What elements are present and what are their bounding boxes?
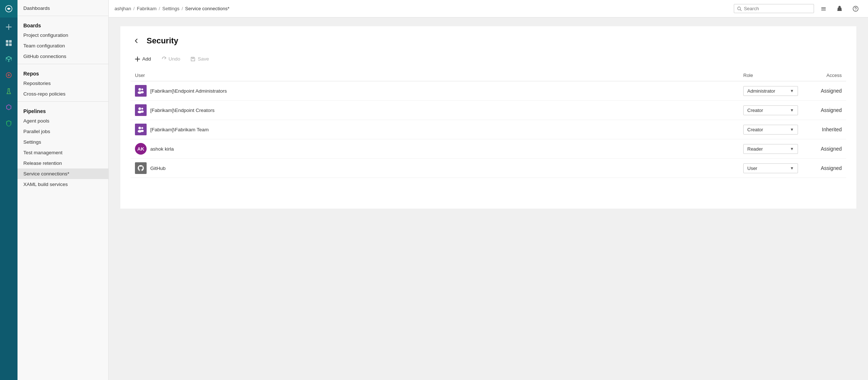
role-cell[interactable]: Administrator ▼ <box>739 81 802 101</box>
role-dropdown[interactable]: User ▼ <box>743 163 798 173</box>
svg-rect-2 <box>9 40 12 43</box>
svg-point-20 <box>141 130 144 132</box>
breadcrumb-ashjhan[interactable]: ashjhan <box>115 6 131 11</box>
table-row: [Fabrikam]\Endpoint Administrators Admin… <box>131 81 846 101</box>
sidebar-item-github-connections[interactable]: GitHub connections <box>18 51 108 62</box>
svg-point-8 <box>855 9 856 10</box>
avatar: AK <box>135 143 147 155</box>
sidebar-item-repositories[interactable]: Repositories <box>18 78 108 89</box>
search-icon <box>737 6 742 11</box>
breadcrumb-sep-1: / <box>133 6 135 11</box>
svg-point-13 <box>139 108 141 110</box>
page-title: Security <box>147 36 178 46</box>
sidebar-item-test-management[interactable]: Test management <box>18 147 108 158</box>
sidebar-item-service-connections[interactable]: Service connections* <box>18 168 108 179</box>
role-dropdown[interactable]: Creator ▼ <box>743 105 798 115</box>
role-cell[interactable]: Reader ▼ <box>739 139 802 159</box>
access-cell: Assigned <box>802 81 846 101</box>
topbar-help-icon[interactable] <box>849 2 862 15</box>
topbar-list-icon[interactable] <box>817 2 830 15</box>
rail-icon-pipelines[interactable] <box>0 67 18 83</box>
role-cell[interactable]: Creator ▼ <box>739 120 802 139</box>
main-area: ashjhan / Fabrikam / Settings / Service … <box>109 0 868 380</box>
breadcrumb-service-connections: Service connections* <box>185 6 229 11</box>
role-dropdown[interactable]: Reader ▼ <box>743 144 798 154</box>
save-button[interactable]: Save <box>186 54 213 64</box>
breadcrumb-sep-3: / <box>182 6 183 11</box>
col-header-access: Access <box>802 70 846 81</box>
breadcrumb-settings[interactable]: Settings <box>162 6 179 11</box>
chevron-down-icon: ▼ <box>790 89 794 93</box>
breadcrumb-fabrikam[interactable]: Fabrikam <box>137 6 156 11</box>
search-input[interactable] <box>744 6 811 11</box>
user-name: [Fabrikam]\Fabrikam Team <box>150 127 209 132</box>
sidebar-item-xaml-build[interactable]: XAML build services <box>18 179 108 190</box>
chevron-down-icon: ▼ <box>790 147 794 151</box>
undo-button[interactable]: Undo <box>157 54 185 64</box>
sidebar-section-boards: Boards <box>18 18 108 30</box>
sidebar-item-release-retention[interactable]: Release retention <box>18 158 108 168</box>
sidebar-divider-3 <box>18 101 108 102</box>
user-cell: [Fabrikam]\Fabrikam Team <box>131 120 739 139</box>
add-button[interactable]: Add <box>131 54 155 64</box>
avatar <box>135 162 147 174</box>
avatar <box>135 124 147 135</box>
undo-icon <box>161 57 166 62</box>
rail-icon-boards[interactable] <box>0 35 18 51</box>
rail-icon-add[interactable] <box>0 19 18 35</box>
table-row: [Fabrikam]\Endpoint Creators Creator ▼ A… <box>131 101 846 120</box>
role-cell[interactable]: User ▼ <box>739 159 802 178</box>
svg-point-17 <box>139 127 141 129</box>
rail-icon-artifacts[interactable] <box>0 99 18 115</box>
svg-rect-1 <box>6 40 8 43</box>
access-cell: Inherited <box>802 120 846 139</box>
role-dropdown[interactable]: Administrator ▼ <box>743 86 798 96</box>
rail-icon-shield[interactable] <box>0 115 18 131</box>
sidebar-item-project-config[interactable]: Project configuration <box>18 30 108 40</box>
content-area: Security Add Undo Save <box>109 18 868 380</box>
back-button[interactable] <box>131 35 142 47</box>
sidebar-divider-1 <box>18 16 108 16</box>
svg-point-9 <box>139 88 141 91</box>
sidebar-item-agent-pools[interactable]: Agent pools <box>18 116 108 126</box>
user-cell: AKashok kirla <box>131 139 739 159</box>
user-name: GitHub <box>150 166 166 171</box>
security-table: User Role Access [Fabrikam]\Endpoint Adm… <box>131 70 846 178</box>
breadcrumb: ashjhan / Fabrikam / Settings / Service … <box>115 6 229 11</box>
topbar: ashjhan / Fabrikam / Settings / Service … <box>109 0 868 18</box>
role-value: Creator <box>747 127 763 132</box>
col-header-role: Role <box>739 70 802 81</box>
search-box[interactable] <box>734 4 814 13</box>
avatar <box>135 85 147 97</box>
svg-point-16 <box>141 110 144 113</box>
role-value: Administrator <box>747 88 775 94</box>
user-name: [Fabrikam]\Endpoint Administrators <box>150 88 227 94</box>
avatar <box>135 104 147 116</box>
user-name: ashok kirla <box>150 146 174 152</box>
col-header-user: User <box>131 70 739 81</box>
svg-point-11 <box>142 89 143 90</box>
role-cell[interactable]: Creator ▼ <box>739 101 802 120</box>
rail-icon-test[interactable] <box>0 83 18 99</box>
table-row: AKashok kirla Reader ▼ Assigned <box>131 139 846 159</box>
page-header: Security <box>131 35 846 47</box>
user-name: [Fabrikam]\Endpoint Creators <box>150 108 214 113</box>
role-dropdown[interactable]: Creator ▼ <box>743 125 798 135</box>
sidebar-item-dashboards[interactable]: Dashboards <box>18 3 108 13</box>
add-icon <box>135 57 140 62</box>
svg-point-19 <box>142 127 143 129</box>
save-icon <box>190 57 195 62</box>
access-cell: Assigned <box>802 101 846 120</box>
app-logo[interactable] <box>0 0 18 18</box>
svg-point-12 <box>141 91 144 93</box>
sidebar-item-team-config[interactable]: Team configuration <box>18 40 108 51</box>
sidebar-item-settings[interactable]: Settings <box>18 137 108 147</box>
table-row: GitHub User ▼ Assigned <box>131 159 846 178</box>
sidebar-item-cross-repo[interactable]: Cross-repo policies <box>18 89 108 99</box>
sidebar-divider-2 <box>18 64 108 64</box>
rail-icon-repos[interactable] <box>0 51 18 67</box>
topbar-bag-icon[interactable] <box>833 2 846 15</box>
role-value: User <box>747 166 757 171</box>
user-cell: [Fabrikam]\Endpoint Administrators <box>131 81 739 101</box>
sidebar-item-parallel-jobs[interactable]: Parallel jobs <box>18 126 108 137</box>
